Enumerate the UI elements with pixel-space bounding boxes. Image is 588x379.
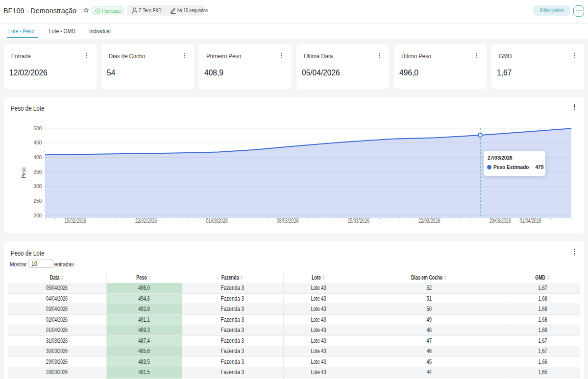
svg-text:22/02/2026: 22/02/2026: [135, 217, 157, 224]
svg-text:250: 250: [33, 198, 42, 204]
svg-text:300: 300: [33, 183, 42, 189]
svg-text:29/03/2026: 29/03/2026: [489, 217, 511, 224]
svg-text:500: 500: [33, 125, 42, 131]
svg-text:350: 350: [33, 169, 42, 175]
svg-text:22/03/2026: 22/03/2026: [418, 217, 440, 224]
svg-text:01/03/2026: 01/03/2026: [206, 217, 227, 224]
svg-text:15/03/2026: 15/03/2026: [347, 217, 369, 224]
svg-text:400: 400: [33, 154, 42, 160]
svg-text:200: 200: [33, 213, 42, 218]
svg-text:450: 450: [33, 140, 42, 145]
svg-text:01/04/2026: 01/04/2026: [519, 217, 541, 224]
svg-text:Peso: Peso: [21, 167, 26, 178]
svg-text:15/02/2026: 15/02/2026: [64, 217, 86, 224]
svg-text:08/03/2026: 08/03/2026: [277, 217, 298, 224]
